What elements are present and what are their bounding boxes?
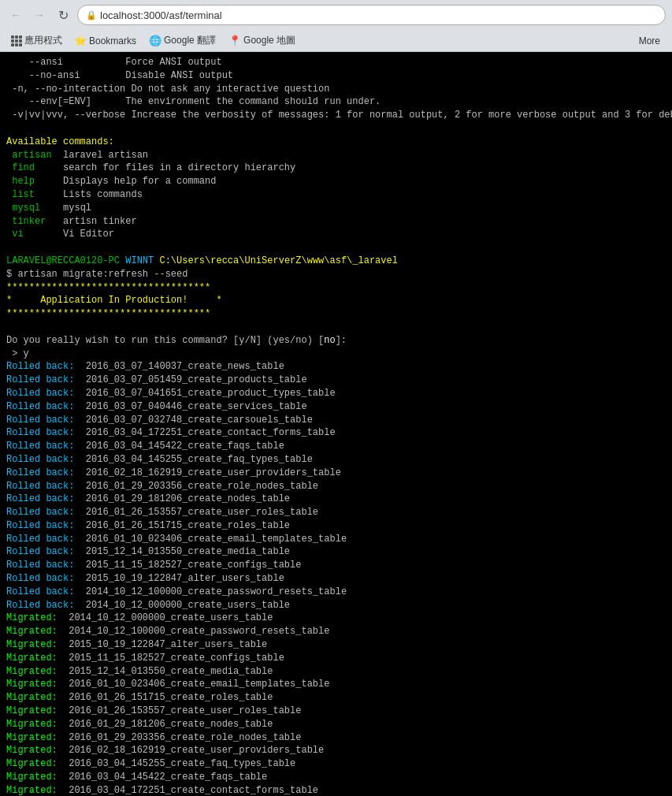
terminal-line: Migrated: 2016_01_29_181206_create_nodes… <box>6 718 666 731</box>
terminal-line: Rolled back: 2016_01_26_151715_create_ro… <box>6 519 666 533</box>
terminal-line: Migrated: 2015_10_19_122847_alter_users_… <box>6 638 666 652</box>
terminal-line: Rolled back: 2016_02_18_162919_create_us… <box>6 467 666 480</box>
browser-chrome: ← → ↻ 🔒 localhost:3000/asf/terminal 應用程式… <box>0 0 672 52</box>
terminal-line: Migrated: 2014_10_12_000000_create_users… <box>6 612 666 625</box>
apps-label: 應用程式 <box>24 34 62 47</box>
terminal-line: list Lists commands <box>6 188 666 202</box>
terminal-line: Rolled back: 2016_03_04_172251_create_co… <box>6 426 666 440</box>
terminal-line: mysql mysql <box>6 202 666 215</box>
terminal-line: vi Vi Editor <box>6 228 666 241</box>
bookmark-maps[interactable]: 📍 Google 地圖 <box>223 32 301 49</box>
terminal-line: --env[=ENV] The environment the command … <box>6 95 666 109</box>
terminal-line: Rolled back: 2015_10_19_122847_alter_use… <box>6 572 666 586</box>
reload-button[interactable]: ↻ <box>54 6 72 24</box>
terminal-line: LARAVEL@RECCA0120-PC WINNT C:\Users\recc… <box>6 255 666 268</box>
terminal-line: Rolled back: 2016_03_07_041651_create_pr… <box>6 387 666 400</box>
nav-bar: ← → ↻ 🔒 localhost:3000/asf/terminal <box>0 0 672 30</box>
terminal-line: Do you really wish to run this command? … <box>6 334 666 348</box>
bookmark-translate-label: Google 翻譯 <box>164 34 216 47</box>
back-button[interactable]: ← <box>6 6 25 24</box>
terminal-line: --ansi Force ANSI output <box>6 56 666 69</box>
apps-button[interactable]: 應用程式 <box>6 32 67 49</box>
terminal-line: Rolled back: 2016_03_07_140037_create_ne… <box>6 360 666 374</box>
terminal-line: Rolled back: 2015_12_14_013550_create_me… <box>6 545 666 559</box>
terminal-line: find search for files in a directory hie… <box>6 162 666 175</box>
terminal-line: Rolled back: 2016_01_29_181206_create_no… <box>6 493 666 506</box>
terminal-line: Migrated: 2016_03_04_145255_create_faq_t… <box>6 757 666 771</box>
terminal-line: Rolled back: 2015_11_15_182527_create_co… <box>6 559 666 572</box>
maps-icon: 📍 <box>228 35 241 46</box>
more-button[interactable]: More <box>633 34 666 48</box>
bookmark-maps-label: Google 地圖 <box>243 34 295 47</box>
address-bar[interactable]: 🔒 localhost:3000/asf/terminal <box>77 5 666 25</box>
terminal-line: tinker artisn tinker <box>6 215 666 229</box>
terminal-line: -n, --no-interaction Do not ask any inte… <box>6 83 666 96</box>
address-lock-icon: 🔒 <box>86 10 97 20</box>
terminal-line: Rolled back: 2016_03_07_040446_create_se… <box>6 400 666 414</box>
terminal-line: Rolled back: 2016_03_07_051459_create_pr… <box>6 374 666 387</box>
terminal-line: Rolled back: 2016_01_10_023406_create_em… <box>6 533 666 546</box>
terminal-line: Rolled back: 2016_03_07_032748_create_ca… <box>6 414 666 427</box>
forward-button[interactable]: → <box>30 6 49 24</box>
terminal-line: -v|vv|vvv, --verbose Increase the verbos… <box>6 109 666 122</box>
bookmarks-bar: 應用程式 ⭐ Bookmarks 🌐 Google 翻譯 📍 Google 地圖… <box>0 30 672 52</box>
terminal-line: Migrated: 2016_03_04_172251_create_conta… <box>6 784 666 796</box>
terminal-line: Migrated: 2015_11_15_182527_create_confi… <box>6 652 666 665</box>
star-icon: ⭐ <box>74 35 87 46</box>
terminal-line: artisan laravel artisan <box>6 149 666 162</box>
terminal-line: Migrated: 2016_01_10_023406_create_email… <box>6 678 666 691</box>
terminal-line: Rolled back: 2014_10_12_100000_create_pa… <box>6 586 666 599</box>
terminal-line: Migrated: 2016_02_18_162919_create_user_… <box>6 744 666 757</box>
terminal-line: Rolled back: 2016_01_26_153557_create_us… <box>6 506 666 519</box>
terminal-line: Rolled back: 2016_03_04_145422_create_fa… <box>6 440 666 453</box>
terminal[interactable]: --ansi Force ANSI output --no-ansi Disab… <box>0 52 672 796</box>
bookmark-bookmarks[interactable]: ⭐ Bookmarks <box>69 33 142 48</box>
terminal-line: ************************************ <box>6 281 666 295</box>
terminal-line: Migrated: 2016_01_26_151715_create_roles… <box>6 691 666 705</box>
terminal-line: * Application In Production! * <box>6 294 666 307</box>
terminal-line <box>6 122 666 136</box>
terminal-line: help Displays help for a command <box>6 175 666 188</box>
terminal-line: Rolled back: 2014_10_12_000000_create_us… <box>6 599 666 612</box>
terminal-line: Rolled back: 2016_03_04_145255_create_fa… <box>6 453 666 467</box>
terminal-line <box>6 241 666 255</box>
translate-icon: 🌐 <box>149 35 162 46</box>
terminal-line: Migrated: 2015_12_14_013550_create_media… <box>6 665 666 679</box>
terminal-line: $ artisan migrate:refresh --seed <box>6 268 666 281</box>
apps-grid-icon <box>11 35 22 46</box>
terminal-line: ************************************ <box>6 307 666 321</box>
bookmark-label: Bookmarks <box>89 35 136 46</box>
terminal-line: Migrated: 2016_01_29_203356_create_role_… <box>6 731 666 745</box>
terminal-line: Rolled back: 2016_01_29_203356_create_ro… <box>6 480 666 493</box>
terminal-line: Available commands: <box>6 136 666 149</box>
terminal-line: Migrated: 2014_10_12_100000_create_passw… <box>6 625 666 638</box>
terminal-line <box>6 321 666 334</box>
terminal-line: > y <box>6 348 666 361</box>
address-text: localhost:3000/asf/terminal <box>100 9 222 21</box>
bookmark-translate[interactable]: 🌐 Google 翻譯 <box>143 32 221 49</box>
terminal-line: Migrated: 2016_01_26_153557_create_user_… <box>6 705 666 718</box>
terminal-line: --no-ansi Disable ANSI output <box>6 69 666 83</box>
terminal-line: Migrated: 2016_03_04_145422_create_faqs_… <box>6 771 666 784</box>
